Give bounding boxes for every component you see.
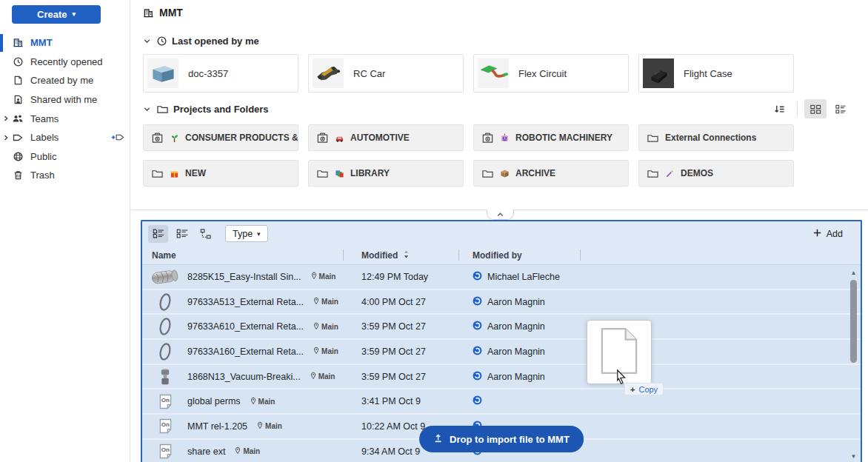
package-icon xyxy=(500,169,510,178)
building-icon xyxy=(143,7,154,19)
project-card-consumer-products-re[interactable]: CONSUMER PRODUCTS & RE... xyxy=(143,124,298,151)
recent-doc-card[interactable]: doc-3357 xyxy=(143,54,298,93)
avatar-icon xyxy=(473,296,482,308)
list-view-button[interactable] xyxy=(829,99,852,118)
document-name: share ext xyxy=(187,446,225,457)
modified-by-cell: Michael LaFleche xyxy=(459,265,581,289)
scroll-down-arrow[interactable]: ▼ xyxy=(849,452,858,461)
sidebar-item-public[interactable]: Public xyxy=(0,147,130,167)
table-row[interactable]: 1868N13_Vacuum-Breaki... Main 3:59 PM Oc… xyxy=(142,365,861,390)
table-row[interactable]: 97633A610_External Reta... Main 3:59 PM … xyxy=(142,315,861,340)
caret-down-icon: ▾ xyxy=(257,230,261,238)
retaining-ring-thumbnail xyxy=(150,292,181,312)
modified-by-cell: Aaron Magnin xyxy=(459,290,581,314)
main-content: MMT Last opened by me doc-3357 RC Car Fl… xyxy=(131,0,868,462)
doc-list-view-button[interactable] xyxy=(148,225,168,243)
location-pin-icon xyxy=(257,421,263,431)
document-icon xyxy=(11,75,24,86)
mouse-cursor xyxy=(615,369,627,386)
folder-card-library[interactable]: LIBRARY xyxy=(308,160,464,187)
sort-button[interactable] xyxy=(768,99,790,118)
scrollbar-thumb[interactable] xyxy=(850,280,857,363)
sidebar: Create ▾ MMT Recently opened Created by … xyxy=(0,0,130,462)
chevron-down-icon[interactable] xyxy=(142,104,152,114)
sort-arrows-icon[interactable] xyxy=(403,250,410,261)
table-row[interactable]: On global perms Main 3:41 PM Oct 9 xyxy=(142,389,861,415)
detail-list-view-button[interactable] xyxy=(172,225,192,243)
table-row[interactable]: 8285K15_Easy-Install Sin... Main 12:49 P… xyxy=(142,265,861,290)
column-header-empty xyxy=(581,250,861,261)
car-icon xyxy=(335,133,344,143)
column-header-modified[interactable]: Modified xyxy=(344,250,459,261)
scroll-up-arrow[interactable]: ▲ xyxy=(849,269,858,278)
books-icon xyxy=(335,169,344,178)
doc-card-name: RC Car xyxy=(353,68,385,79)
page-header: MMT xyxy=(143,7,183,19)
document-name: 1868N13_Vacuum-Breaki... xyxy=(187,372,301,382)
sidebar-item-labels[interactable]: Labels xyxy=(0,128,130,147)
add-label-button[interactable] xyxy=(110,133,125,142)
collapse-panel-button[interactable] xyxy=(487,210,514,220)
chevron-down-icon[interactable] xyxy=(142,36,152,46)
folder-card-archive[interactable]: ARCHIVE xyxy=(473,160,629,187)
trash-icon xyxy=(11,170,24,181)
project-card-automotive[interactable]: AUTOMOTIVE xyxy=(308,124,464,151)
location-pin-icon xyxy=(250,397,256,406)
folder-card-external-connections[interactable]: External Connections xyxy=(638,124,794,151)
branch-label: Main xyxy=(243,447,260,455)
recent-doc-card[interactable]: RC Car xyxy=(308,54,464,93)
doc-card-name: Flex Circuit xyxy=(518,68,567,79)
modified-cell: 12:49 PM Today xyxy=(344,265,459,289)
clock-icon xyxy=(11,56,24,67)
retaining-ring-thumbnail xyxy=(150,341,181,362)
avatar-icon xyxy=(473,371,482,383)
project-card-robotic-machinery[interactable]: ROBOTIC MACHINERY xyxy=(473,124,629,151)
drop-import-button[interactable]: Drop to import file to MMT xyxy=(419,426,584,452)
globe-icon xyxy=(11,151,24,162)
app-window: Create ▾ MMT Recently opened Created by … xyxy=(0,0,868,462)
sidebar-item-recently-opened[interactable]: Recently opened xyxy=(0,53,130,72)
upload-icon xyxy=(433,433,443,445)
plus-sign: + xyxy=(630,385,635,394)
sidebar-item-shared-with-me[interactable]: Shared with me xyxy=(0,90,130,110)
section-title: Last opened by me xyxy=(172,36,259,47)
sidebar-item-trash[interactable]: Trash xyxy=(0,166,130,185)
recent-docs-grid: doc-3357 RC Car Flex Circuit Flight Case xyxy=(143,54,794,93)
recent-doc-card[interactable]: Flight Case xyxy=(638,54,794,93)
folder-card-new[interactable]: NEW xyxy=(143,160,298,187)
create-button[interactable]: Create ▾ xyxy=(12,5,101,24)
sidebar-item-teams[interactable]: Teams xyxy=(0,109,130,128)
branch-label: Main xyxy=(321,298,338,306)
tree-view-button[interactable] xyxy=(196,225,216,243)
column-header-name[interactable]: Name xyxy=(142,250,344,261)
modified-cell: 3:41 PM Oct 9 xyxy=(344,389,459,413)
folder-card-name: AUTOMOTIVE xyxy=(350,133,410,143)
recent-doc-card[interactable]: Flex Circuit xyxy=(473,54,629,93)
folder-card-demos[interactable]: DEMOS xyxy=(638,160,794,187)
document-name: 97633A160_External Reta... xyxy=(187,346,304,357)
type-filter-dropdown[interactable]: Type ▾ xyxy=(225,225,268,242)
location-pin-icon xyxy=(313,322,319,332)
branch-label: Main xyxy=(318,372,335,381)
chevron-right-icon[interactable] xyxy=(1,114,10,123)
wand-icon xyxy=(665,169,675,178)
table-row[interactable]: 97633A160_External Reta... Main 3:59 PM … xyxy=(142,340,861,365)
column-header-modified-by[interactable]: Modified by xyxy=(459,250,581,261)
chevron-right-icon[interactable] xyxy=(1,133,10,142)
folder-card-name: CONSUMER PRODUCTS & RE... xyxy=(185,133,298,143)
section-title: Projects and Folders xyxy=(173,104,269,115)
table-scrollbar[interactable]: ▲ ▼ xyxy=(849,267,858,462)
grid-view-button[interactable] xyxy=(804,99,827,118)
document-name: 8285K15_Easy-Install Sin... xyxy=(187,272,301,282)
projects-section-header[interactable]: Projects and Folders xyxy=(142,101,269,116)
recent-section-header[interactable]: Last opened by me xyxy=(142,33,259,48)
user-name: Aaron Magnin xyxy=(487,372,545,382)
sidebar-item-created-by-me[interactable]: Created by me xyxy=(0,71,130,90)
add-button[interactable]: Add xyxy=(812,228,843,240)
document-name: 97633A610_External Reta... xyxy=(187,321,304,332)
sidebar-item-mmt[interactable]: MMT xyxy=(0,33,130,53)
table-row[interactable]: 97633A513_External Reta... Main 4:00 PM … xyxy=(142,290,861,315)
modified-cell: 3:59 PM Oct 27 xyxy=(344,340,459,364)
table-header: Name Modified Modified by xyxy=(142,246,861,265)
copy-badge: + Copy xyxy=(624,383,664,395)
